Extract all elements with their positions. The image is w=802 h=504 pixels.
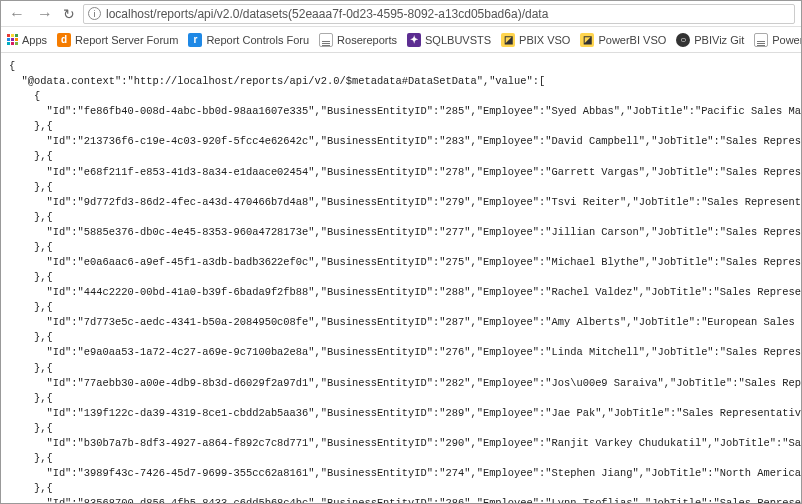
bookmark-label: PBIViz Git bbox=[694, 34, 744, 46]
url-text: localhost/reports/api/v2.0/datasets(52ea… bbox=[106, 7, 548, 21]
reload-button[interactable]: ↻ bbox=[63, 6, 75, 22]
bookmark-label: Rosereports bbox=[337, 34, 397, 46]
vs-icon: ✦ bbox=[407, 33, 421, 47]
site-info-icon[interactable]: i bbox=[88, 7, 101, 20]
apps-icon bbox=[7, 34, 18, 45]
bookmark-label: PowerBI VSO bbox=[598, 34, 666, 46]
bookmark-powerbi-vso[interactable]: ◪ PowerBI VSO bbox=[580, 33, 666, 47]
bookmark-label: PBIX VSO bbox=[519, 34, 570, 46]
json-response-body: { "@odata.context":"http://localhost/rep… bbox=[1, 53, 801, 504]
bookmark-pbix-vso[interactable]: ◪ PBIX VSO bbox=[501, 33, 570, 47]
bookmark-pbiviz-git[interactable]: ○ PBIViz Git bbox=[676, 33, 744, 47]
bookmark-label: Report Server Forum bbox=[75, 34, 178, 46]
bookmark-label: PowerBI Wiki bbox=[772, 34, 802, 46]
bookmark-label: Report Controls Foru bbox=[206, 34, 309, 46]
bookmark-report-server-forum[interactable]: d Report Server Forum bbox=[57, 33, 178, 47]
bookmarks-bar: Apps d Report Server Forum r Report Cont… bbox=[1, 27, 801, 53]
back-button[interactable]: ← bbox=[7, 5, 27, 23]
github-icon: ○ bbox=[676, 33, 690, 47]
apps-button[interactable]: Apps bbox=[7, 34, 47, 46]
bookmark-rosereports[interactable]: Rosereports bbox=[319, 33, 397, 47]
bookmark-powerbi-wiki[interactable]: PowerBI Wiki bbox=[754, 33, 802, 47]
bookmark-sqlbuvsts[interactable]: ✦ SQLBUVSTS bbox=[407, 33, 491, 47]
apps-label: Apps bbox=[22, 34, 47, 46]
chart-icon: r bbox=[188, 33, 202, 47]
forward-button[interactable]: → bbox=[35, 5, 55, 23]
chart-icon: d bbox=[57, 33, 71, 47]
pbi-icon: ◪ bbox=[580, 33, 594, 47]
address-bar[interactable]: i localhost/reports/api/v2.0/datasets(52… bbox=[83, 4, 795, 24]
pbi-icon: ◪ bbox=[501, 33, 515, 47]
browser-toolbar: ← → ↻ i localhost/reports/api/v2.0/datas… bbox=[1, 1, 801, 27]
bookmark-label: SQLBUVSTS bbox=[425, 34, 491, 46]
document-icon bbox=[319, 33, 333, 47]
bookmark-report-controls-forum[interactable]: r Report Controls Foru bbox=[188, 33, 309, 47]
document-icon bbox=[754, 33, 768, 47]
